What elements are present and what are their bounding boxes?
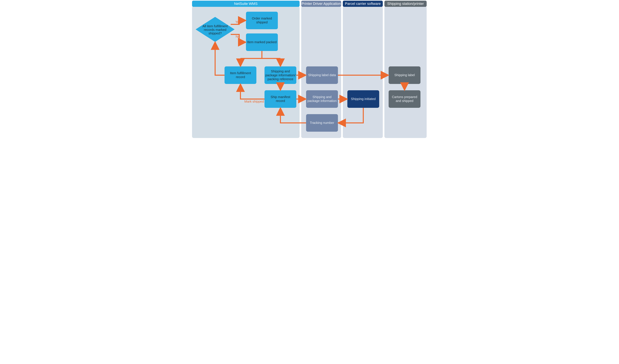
- svg-text:Ship manifest: Ship manifest: [270, 95, 290, 99]
- node-ship-initiated: Shipping initiated: [347, 90, 379, 108]
- label-no: No: [236, 35, 240, 38]
- svg-text:shipped: shipped: [256, 20, 267, 24]
- svg-text:package information: package information: [307, 99, 337, 103]
- svg-text:record: record: [276, 99, 285, 103]
- svg-text:package information/: package information/: [265, 73, 295, 77]
- flow-diagram: NetSuite WMS Printer Driver Application …: [191, 0, 428, 139]
- svg-text:shipped?: shipped?: [209, 31, 222, 35]
- svg-text:Shipping and: Shipping and: [312, 95, 331, 99]
- svg-text:All item fulfillment: All item fulfillment: [202, 24, 228, 28]
- node-ship-label: Shipping label: [389, 67, 421, 84]
- node-order-shipped: Order marked shipped: [246, 12, 278, 29]
- svg-text:Shipping label data: Shipping label data: [308, 73, 336, 77]
- svg-text:and shipped: and shipped: [396, 99, 413, 103]
- svg-text:Order marked: Order marked: [252, 16, 272, 20]
- svg-text:Shipping initiated: Shipping initiated: [351, 97, 376, 101]
- lane-wms-header: NetSuite WMS: [234, 2, 257, 6]
- svg-text:Item fulfillment: Item fulfillment: [230, 71, 251, 75]
- node-cartons: Cartons prepared and shipped: [389, 90, 421, 108]
- label-yes: Yes: [235, 20, 241, 24]
- svg-text:packing reference: packing reference: [267, 77, 293, 81]
- node-item-packed: Item marked packed: [246, 33, 278, 51]
- svg-text:record: record: [236, 75, 245, 79]
- svg-text:Tracking number: Tracking number: [310, 121, 334, 124]
- lane-station-header: Shipping station/printer: [387, 2, 424, 6]
- lane-printer-header: Printer Driver Application: [301, 2, 341, 6]
- svg-text:records marked: records marked: [204, 28, 226, 31]
- node-ship-pkg-ref: Shipping and package information/ packin…: [265, 67, 296, 84]
- label-mark-shipped: Mark shipped: [244, 100, 264, 103]
- node-ship-manifest: Ship manifest record: [265, 90, 296, 108]
- lane-carrier-header: Parcel carrier software: [345, 2, 380, 6]
- node-label-data: Shipping label data: [306, 67, 338, 84]
- svg-text:Shipping and: Shipping and: [271, 69, 290, 73]
- svg-text:Item marked packed: Item marked packed: [247, 40, 277, 44]
- node-tracking: Tracking number: [306, 114, 338, 132]
- svg-text:Shipping label: Shipping label: [394, 73, 415, 77]
- svg-text:Cartons prepared: Cartons prepared: [392, 95, 417, 99]
- node-ship-pkg-info: Shipping and package information: [306, 90, 338, 108]
- node-item-fulfillment: Item fulfillment record: [225, 67, 256, 84]
